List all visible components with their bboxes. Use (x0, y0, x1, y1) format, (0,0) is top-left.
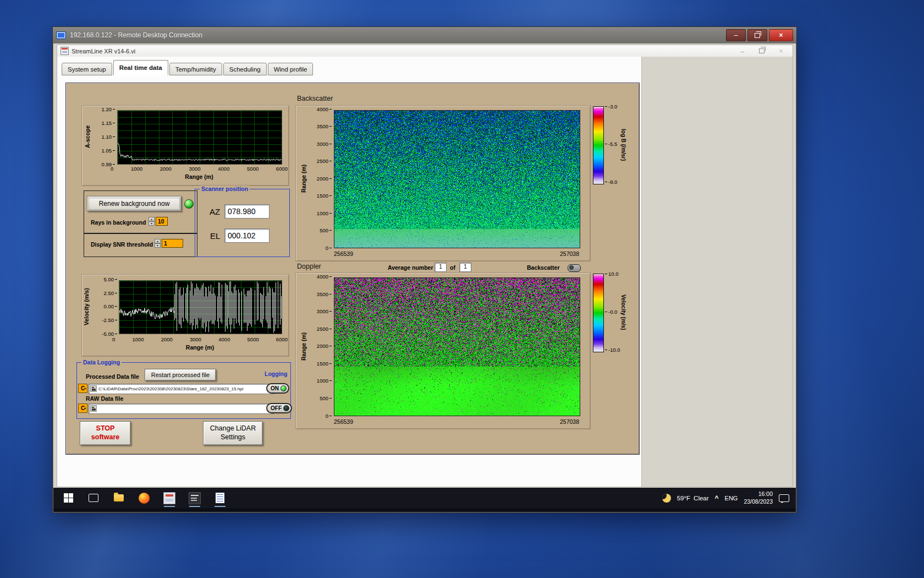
vi-close-button[interactable]: × (773, 46, 789, 56)
doppler-graph: Range (m) 400035003000250020001500100050… (295, 272, 591, 429)
file-explorer-icon (114, 494, 124, 501)
tab-scheduling[interactable]: Scheduling (223, 63, 267, 75)
rdp-titlebar[interactable]: 192.168.0.122 - Remote Desktop Connectio… (53, 27, 796, 43)
backscatter-colorbar-label: log B (/m/sr) (620, 106, 626, 183)
processed-drive-selector[interactable]: C (78, 384, 87, 393)
colorbar-tick-label: -10.0 (605, 347, 620, 353)
tab-system-setup[interactable]: System setup (62, 63, 112, 75)
background-controls-group: Renew background now Rays in background … (84, 190, 197, 234)
firefox-button[interactable] (131, 488, 157, 508)
scan-schedule-app-button[interactable] (182, 488, 207, 508)
browse-folder-icon[interactable] (90, 405, 97, 412)
rdp-minimize-button[interactable]: – (726, 29, 746, 41)
background-status-led (184, 199, 194, 209)
colorbar-tick-label: -8.0 (605, 179, 617, 185)
backscatter-intensity-canvas (334, 111, 580, 248)
average-number-total[interactable]: 1 (459, 263, 471, 272)
tab-wind-profile[interactable]: Wind profile (268, 63, 314, 75)
vi-minimize-button[interactable]: – (734, 46, 751, 56)
snr-value-field[interactable]: 1 (162, 239, 183, 248)
x-tick-label: 0 (111, 166, 113, 172)
stop-software-button[interactable]: STOP software (80, 421, 131, 445)
snr-spinner[interactable]: ▴▾ (155, 239, 161, 248)
y-tick-label: 500 (320, 396, 332, 401)
y-tick-label: 1500 (317, 361, 332, 367)
logging-label: Logging (265, 370, 287, 377)
raw-drive-selector[interactable]: C (78, 403, 87, 413)
browse-folder-icon[interactable] (90, 385, 97, 392)
average-number-value[interactable]: 1 (435, 263, 447, 272)
scan-schedule-icon (189, 492, 201, 504)
firefox-icon (139, 493, 150, 504)
x-tick-label: 3000 (190, 337, 201, 342)
streamline-app-icon (163, 492, 175, 504)
rays-value-field[interactable]: 10 (156, 217, 168, 226)
rdp-icon (56, 31, 66, 39)
rdp-close-button[interactable]: × (769, 29, 793, 41)
y-tick-label: 4000 (317, 107, 332, 112)
settings-line2: Settings (221, 433, 245, 442)
tab-real-time-data[interactable]: Real time data (113, 60, 168, 75)
backscatter-x-end: 257038 (560, 250, 579, 257)
document-app-button[interactable] (207, 488, 233, 508)
velocity-trace-canvas (119, 281, 282, 334)
rays-spinner[interactable]: ▴▾ (148, 217, 155, 226)
weather-moon-icon[interactable] (662, 494, 671, 503)
renew-background-button[interactable]: Renew background now (87, 196, 182, 211)
weather-status[interactable]: 59°F Clear (677, 495, 709, 501)
backscatter-y-ticks: 40003500300025002000150010005000 (310, 107, 332, 250)
labview-titlebar[interactable]: StreamLine XR v14-6.vi – × (57, 45, 793, 57)
x-tick-label: 4000 (218, 337, 230, 342)
y-tick-label: 1500 (317, 193, 332, 199)
doppler-colorbar (593, 274, 604, 352)
start-button[interactable] (56, 488, 81, 508)
y-tick-label: 1.10 (102, 134, 116, 140)
x-tick-label: 1000 (132, 337, 144, 342)
doppler-x-range: 256539 257038 (334, 418, 579, 425)
notification-center-icon[interactable] (779, 494, 789, 502)
rdp-window: 192.168.0.122 - Remote Desktop Connectio… (52, 26, 797, 513)
y-tick-label: 1000 (317, 211, 332, 216)
processed-path-field[interactable]: C:\LiDAR\Data\Proc\2023\202308\20230823\… (89, 384, 274, 394)
doppler-y-axis-label: Range (m) (300, 277, 307, 415)
backscatter-plot-area (334, 110, 580, 248)
velocity-y-axis-label: Velocity (m/s) (83, 280, 90, 333)
document-app-icon (216, 493, 224, 503)
x-tick-label: 1000 (131, 166, 142, 172)
streamline-app-button[interactable] (157, 488, 182, 508)
y-tick-label: 1000 (317, 378, 332, 384)
backscatter-x-start: 256539 (334, 250, 353, 257)
x-tick-label: 4000 (218, 166, 229, 172)
processed-logging-switch[interactable]: ON (266, 383, 289, 394)
azimuth-value[interactable]: 078.980 (224, 204, 270, 219)
scanner-position-group: Scanner position AZ 078.980 EL 000.102 (195, 189, 290, 257)
raw-logging-switch[interactable]: OFF (266, 403, 292, 413)
tray-overflow-button[interactable]: ^ (715, 494, 719, 502)
rdp-restore-button[interactable] (747, 29, 767, 41)
backscatter-colorbar (593, 106, 604, 184)
average-number-label: Average number (388, 264, 433, 271)
colorbar-tick-label: -5.5 (605, 141, 617, 147)
task-view-icon (89, 494, 98, 502)
y-tick-label: 3000 (317, 141, 332, 147)
velocity-x-axis-label: Range (m) (119, 344, 281, 351)
tab-temp-humidity[interactable]: Temp/humidity (169, 63, 222, 75)
doppler-velocity-canvas (334, 278, 580, 416)
vi-restore-button[interactable] (754, 46, 770, 56)
y-tick-label: -5.00 (102, 331, 117, 337)
on-label: ON (271, 385, 279, 391)
file-explorer-button[interactable] (106, 488, 131, 508)
raw-path-field[interactable] (89, 403, 274, 414)
y-tick-label: -2.50 (102, 318, 117, 323)
restart-processed-file-button[interactable]: Restart processed file (145, 369, 216, 381)
elevation-value[interactable]: 000.102 (224, 228, 270, 243)
backscatter-display-toggle[interactable] (568, 264, 581, 272)
front-panel: A-scope 1.201.151.101.050.99 01000200030… (65, 83, 640, 455)
change-lidar-settings-button[interactable]: Change LiDAR Settings (203, 421, 263, 445)
rdp-title: 192.168.0.122 - Remote Desktop Connectio… (70, 31, 722, 39)
task-view-button[interactable] (81, 488, 106, 508)
clock-time: 16:00 (758, 490, 773, 497)
y-tick-label: 4000 (317, 274, 332, 280)
clock[interactable]: 16:00 23/08/2023 (744, 490, 773, 505)
language-indicator[interactable]: ENG (725, 495, 738, 501)
